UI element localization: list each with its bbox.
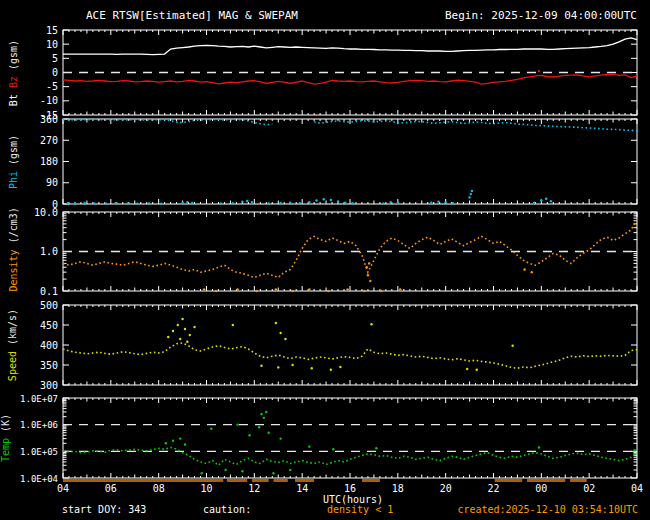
x-tick-label: 04 (631, 483, 643, 494)
caution-bar-segment (252, 479, 269, 482)
y-tick-label-speed: 300 (40, 380, 58, 391)
y-tick-label-phi: 180 (40, 156, 58, 167)
x-tick-label: 14 (296, 483, 308, 494)
y-tick-label-density: 1.0 (40, 246, 58, 257)
y-tick-label-density: 0.1 (40, 286, 58, 297)
y-axis-label-temp: Temp (K) (0, 398, 14, 478)
x-tick-label: 12 (248, 483, 260, 494)
y-tick-label-speed: 450 (40, 320, 58, 331)
caution-bar-segment (570, 479, 587, 482)
y-tick-label-bt-bz: 5 (52, 53, 58, 64)
y-axis-label-density: Density (/cm3) (7, 212, 21, 291)
footer-caution-value: density < 1 (327, 504, 393, 515)
x-tick-label: 02 (583, 483, 595, 494)
x-tick-label: 10 (200, 483, 212, 494)
footer-start-doy: start DOY: 343 (62, 504, 146, 515)
y-tick-label-speed: 400 (40, 340, 58, 351)
x-tick-label: 16 (344, 483, 356, 494)
y-axis-label-bt-bz: Bt Bz (gsm) (7, 30, 21, 115)
series-bt (63, 38, 637, 55)
x-tick-label: 20 (440, 483, 452, 494)
caution-bar-segment (227, 479, 247, 482)
caution-bar-segment (495, 479, 523, 482)
y-tick-label-temp: 1.0E+07 (20, 394, 58, 404)
x-tick-label: 22 (487, 483, 499, 494)
y-tick-label-bt-bz: 0 (52, 67, 58, 78)
footer-caution-label: caution: (203, 504, 251, 515)
y-tick-label-bt-bz: 10 (46, 39, 58, 50)
x-tick-label: 04 (57, 483, 69, 494)
x-tick-label: 00 (535, 483, 547, 494)
y-tick-label-phi: 270 (40, 135, 58, 146)
series-temp (63, 447, 637, 465)
caution-bar-segment (527, 479, 565, 482)
y-tick-label-phi: 360 (40, 114, 58, 125)
y-tick-label-bt-bz: -10 (40, 95, 58, 106)
y-axis-label-speed: Speed (km/s) (7, 305, 21, 385)
rtsw-chart: 151050-5-10-1536027018090010.01.00.15004… (0, 0, 650, 520)
panel-phi: 360270180900 (40, 114, 637, 210)
y-tick-label-phi: 90 (46, 177, 58, 188)
y-tick-label-speed: 500 (40, 300, 58, 311)
series-density (63, 219, 637, 277)
y-tick-label-temp: 1.0E+06 (20, 420, 58, 430)
x-tick-label: 08 (153, 483, 165, 494)
series-bz (63, 74, 637, 84)
footer-created-timestamp: created:2025-12-10 03:54:10UTC (457, 504, 638, 515)
series-speed (63, 343, 637, 368)
y-tick-label-bt-bz: 15 (46, 25, 58, 36)
caution-bar-segment (295, 479, 314, 482)
panel-temp: 1.0E+071.0E+061.0E+051.0E+04 (20, 394, 637, 484)
panel-bt-bz: 151050-5-10-15 (40, 25, 637, 121)
y-tick-label-density: 10.0 (34, 207, 58, 218)
y-tick-label-temp: 1.0E+05 (20, 447, 58, 457)
panel-speed: 500450400350300 (40, 300, 637, 391)
panel-density: 10.01.00.1 (34, 207, 637, 297)
x-tick-label: 06 (105, 483, 117, 494)
y-tick-label-temp: 1.0E+04 (20, 474, 58, 484)
caution-bar-segment (362, 479, 380, 482)
x-tick-label: 18 (392, 483, 404, 494)
y-axis-label-phi: Phi (gsm) (7, 119, 21, 204)
caution-bar-segment (63, 479, 223, 482)
rtsw-plot-page: ACE RTSW[Estimated] MAG & SWEPAM Begin: … (0, 0, 650, 520)
y-tick-label-speed: 350 (40, 360, 58, 371)
y-tick-label-bt-bz: -5 (46, 81, 58, 92)
caution-bar-segment (273, 479, 287, 482)
